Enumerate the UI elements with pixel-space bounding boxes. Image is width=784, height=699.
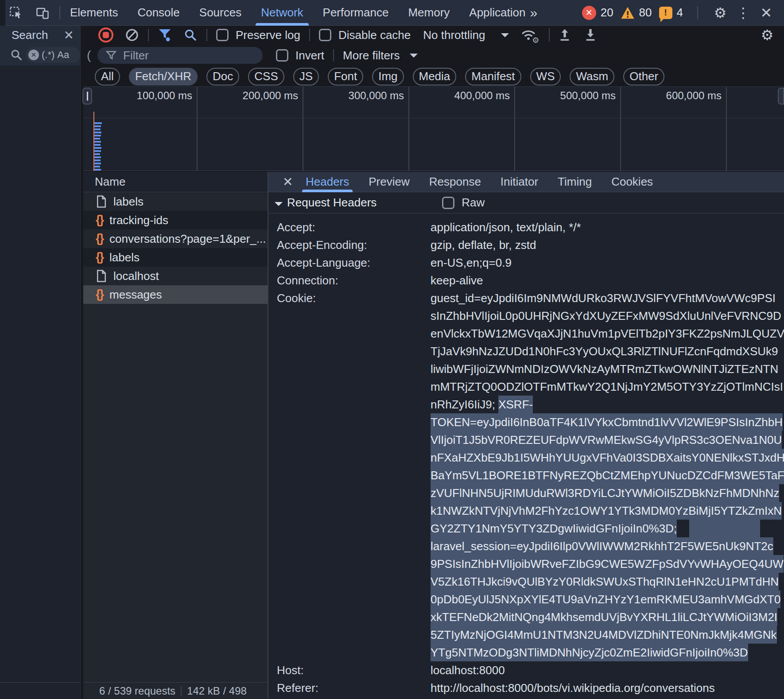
issues-icon: ! bbox=[659, 7, 672, 19]
tab-console[interactable]: Console bbox=[137, 0, 179, 26]
request-headers-list: Accept:application/json, text/plain, */*… bbox=[268, 214, 784, 697]
tab-network[interactable]: Network bbox=[261, 0, 303, 26]
record-network-log-button[interactable] bbox=[98, 27, 113, 43]
throttling-select[interactable]: No throttling bbox=[423, 28, 509, 42]
issues-badge[interactable]: ! 4 bbox=[659, 6, 683, 19]
chip-css[interactable]: CSS bbox=[248, 68, 284, 85]
status-divider bbox=[181, 686, 182, 696]
waterfall-bar bbox=[94, 138, 100, 140]
detail-tabs: HeadersPreviewResponseInitiatorTimingCoo… bbox=[306, 172, 653, 192]
table-row-conversations-page-1-per[interactable]: {}conversations?page=1&per_... bbox=[83, 229, 268, 248]
more-panels-icon[interactable]: » bbox=[530, 5, 538, 20]
timeline-tick-label: 400,000 ms bbox=[454, 89, 510, 102]
console-errors-badge[interactable]: ✕ 20 bbox=[582, 6, 613, 20]
console-warnings-badge[interactable]: 80 bbox=[621, 6, 652, 19]
timeline-overview[interactable]: 100,000 ms200,000 ms300,000 ms400,000 ms… bbox=[83, 87, 784, 171]
request-headers-section[interactable]: Request Headers Raw bbox=[268, 192, 784, 214]
header-key: Host: bbox=[268, 661, 431, 679]
request-detail-panel: ✕ HeadersPreviewResponseInitiatorTimingC… bbox=[268, 172, 784, 699]
header-value: guest_id=eyJpdiI6Im9NMWdURko3RWJVSlFYVFh… bbox=[431, 289, 760, 661]
raw-label: Raw bbox=[462, 196, 485, 210]
header-key: Accept: bbox=[268, 218, 431, 236]
chip-font[interactable]: Font bbox=[328, 68, 363, 85]
header-row-connection: Connection:keep-alive bbox=[268, 272, 784, 289]
export-har-icon[interactable] bbox=[583, 28, 598, 42]
cookie-selected-text: 5ZTIyMzNjOGI4MmU1NTM3N2U4MDVlZDhiNTE0NmJ… bbox=[431, 626, 777, 644]
chip-img[interactable]: Img bbox=[372, 68, 404, 85]
device-toolbar-icon[interactable] bbox=[33, 3, 52, 23]
tab-cookies[interactable]: Cookies bbox=[611, 172, 653, 192]
overview-left-grip[interactable] bbox=[82, 88, 92, 105]
regex-toggle[interactable]: (.*) bbox=[42, 49, 54, 61]
name-column-header[interactable]: Name bbox=[83, 172, 268, 192]
chip-other[interactable]: Other bbox=[623, 68, 664, 85]
overview-hairline bbox=[83, 118, 784, 118]
tab-elements[interactable]: Elements bbox=[70, 0, 118, 26]
cookie-line: 0pDb0EyUlJ5NXpXYlE4TU9aVnZHYzY1emRKMEU3a… bbox=[431, 590, 760, 608]
json-braces-icon: {} bbox=[96, 232, 103, 245]
tab-preview[interactable]: Preview bbox=[369, 172, 409, 192]
clear-search-icon[interactable]: ✕ bbox=[28, 50, 39, 60]
chip-fetch-xhr[interactable]: Fetch/XHR bbox=[129, 68, 198, 85]
table-row-localhost[interactable]: localhost bbox=[83, 267, 268, 285]
close-detail-icon[interactable]: ✕ bbox=[283, 175, 296, 189]
request-name: conversations?page=1&per_... bbox=[109, 232, 266, 246]
chip-all[interactable]: All bbox=[95, 68, 120, 85]
table-row-labels[interactable]: {}labels bbox=[83, 248, 268, 267]
kebab-menu-icon[interactable]: ⋮ bbox=[735, 4, 751, 22]
inspect-element-icon[interactable] bbox=[6, 3, 26, 23]
tab-application[interactable]: Application bbox=[469, 0, 525, 26]
tab-response[interactable]: Response bbox=[429, 172, 481, 192]
cookie-line: sInZhbHVlIjoiL0p0UHRjNGxYdXUyZEFxMW9SdXl… bbox=[431, 307, 760, 325]
invert-checkbox[interactable] bbox=[276, 49, 288, 62]
tab-initiator[interactable]: Initiator bbox=[501, 172, 538, 192]
chip-ws[interactable]: WS bbox=[530, 68, 561, 85]
tab-headers[interactable]: Headers bbox=[306, 172, 349, 192]
document-icon bbox=[96, 195, 107, 208]
search-panel-header: Search ✕ bbox=[0, 26, 80, 44]
chip-doc[interactable]: Doc bbox=[206, 68, 239, 85]
chevron-down-icon bbox=[501, 33, 509, 37]
chip-js[interactable]: JS bbox=[293, 68, 319, 85]
network-search-icon[interactable] bbox=[183, 28, 198, 42]
more-filters-dropdown[interactable]: More filters bbox=[343, 49, 418, 62]
waterfall-bar bbox=[94, 128, 101, 130]
table-row-messages[interactable]: {}messages bbox=[83, 285, 268, 304]
cookie-selected-text: laravel_session=eyJpdiI6Ilp0VWlIWWM2Rkhh… bbox=[431, 537, 773, 555]
panel-splitter[interactable] bbox=[80, 26, 83, 699]
cookie-line: guest_id=eyJpdiI6Im9NMWdURko3RWJVSlFYVFh… bbox=[431, 289, 760, 307]
timeline-column: 400,000 ms bbox=[409, 87, 515, 171]
preserve-log-checkbox[interactable] bbox=[216, 29, 229, 41]
tab-timing[interactable]: Timing bbox=[558, 172, 592, 192]
warning-icon bbox=[621, 6, 635, 19]
filter-input[interactable] bbox=[123, 49, 238, 62]
search-close-icon[interactable]: ✕ bbox=[64, 28, 74, 43]
overview-right-grip[interactable] bbox=[778, 88, 784, 105]
import-har-icon[interactable] bbox=[558, 28, 572, 42]
network-settings-gear-icon[interactable]: ⚙ bbox=[759, 26, 775, 44]
preserve-log-label: Preserve log bbox=[236, 28, 300, 42]
search-tab-label[interactable]: Search bbox=[12, 28, 48, 42]
network-conditions-icon[interactable]: ⚙ bbox=[520, 28, 536, 42]
chip-manifest[interactable]: Manifest bbox=[465, 68, 521, 85]
tab-memory[interactable]: Memory bbox=[408, 0, 450, 26]
clear-network-log-icon[interactable] bbox=[125, 28, 139, 42]
chip-wasm[interactable]: Wasm bbox=[570, 68, 614, 85]
disable-cache-checkbox[interactable] bbox=[319, 29, 331, 41]
match-case-toggle[interactable]: Aa bbox=[57, 49, 69, 61]
header-row-host: Host:localhost:8000 bbox=[268, 661, 784, 679]
tab-performance[interactable]: Performance bbox=[323, 0, 389, 26]
filter-funnel-icon[interactable] bbox=[158, 27, 172, 43]
raw-checkbox[interactable] bbox=[442, 197, 454, 209]
close-devtools-icon[interactable]: ✕ bbox=[758, 4, 774, 22]
table-row-labels[interactable]: labels bbox=[83, 192, 268, 211]
settings-gear-icon[interactable]: ⚙ bbox=[712, 4, 728, 22]
search-input[interactable]: ✕ (.*) Aa bbox=[26, 47, 80, 63]
waterfall-bar bbox=[94, 166, 100, 167]
tab-sources[interactable]: Sources bbox=[199, 0, 241, 26]
table-row-tracking-ids[interactable]: {}tracking-ids bbox=[83, 211, 268, 229]
filter-field[interactable] bbox=[97, 47, 263, 64]
header-row-referer: Referer:http://localhost:8000/bots/vi.wi… bbox=[268, 679, 784, 697]
chip-media[interactable]: Media bbox=[413, 68, 457, 85]
cookie-line: BaYm5VL1BORE1BTFNyREZQbCtZMEhpYUNucDZCdF… bbox=[431, 466, 760, 484]
